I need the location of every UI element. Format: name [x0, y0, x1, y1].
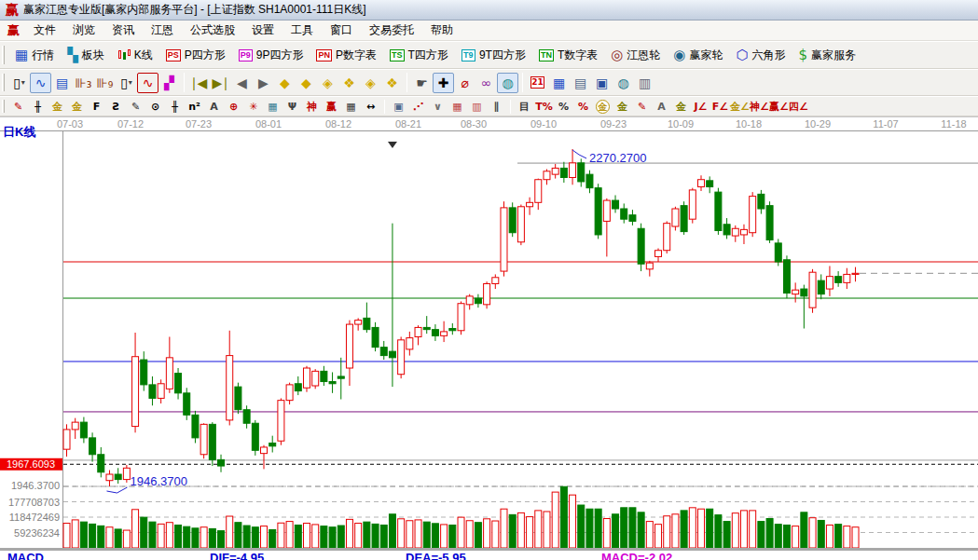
percent-tool[interactable]: % [554, 98, 573, 115]
gold-scale-tool[interactable]: 金 [48, 98, 67, 115]
crosshair-tool[interactable]: ✚ [433, 73, 454, 93]
four-angle-tool[interactable]: 四∠ [789, 98, 808, 115]
calculator-button[interactable]: ▦ [548, 73, 570, 93]
nav-next-button[interactable]: ▶ [253, 73, 274, 93]
a-wave-tool[interactable]: A [652, 98, 671, 115]
gann-diamond-right[interactable]: ◆ [296, 73, 317, 93]
report-button[interactable]: ▤ [570, 73, 591, 93]
candle-style-selector[interactable]: ▯▾ [116, 73, 137, 93]
save-button[interactable]: ▣ [591, 73, 613, 93]
ying-angle-tool[interactable]: 赢∠ [769, 98, 789, 115]
spiral-tool[interactable]: Ƨ [106, 98, 126, 115]
rays-tool[interactable]: ⋰ [408, 98, 428, 115]
ying-tool[interactable]: 赢 [322, 98, 341, 115]
marker-pen-tool[interactable]: ✎ [126, 98, 145, 115]
gann-diamond-left[interactable]: ◆ [274, 73, 296, 93]
web-grid-tool[interactable]: ▦ [263, 98, 282, 115]
shen-tool[interactable]: 神 [302, 98, 322, 115]
9p-square-button[interactable]: P99P四方形 [232, 45, 310, 66]
fib-scale-tool[interactable]: F [87, 98, 106, 115]
sectors-button[interactable]: ▚板块 [61, 45, 111, 66]
gann-wheel-button[interactable]: ◎江恩轮 [604, 45, 667, 66]
print-button[interactable]: ▥ [634, 73, 655, 93]
toolbar-grip[interactable] [2, 74, 5, 91]
star-grid-tool[interactable]: ✳ [243, 98, 263, 115]
nav-first-button[interactable]: ∣◀ [188, 73, 210, 93]
menu-item-6[interactable]: 设置 [243, 20, 282, 40]
t-table-button[interactable]: TNT数字表 [532, 45, 604, 66]
t-percent-tool[interactable]: T% [534, 98, 554, 115]
target-tool[interactable]: ⊕ [224, 98, 243, 115]
menu-item-3[interactable]: 资讯 [103, 20, 143, 40]
span-tool[interactable]: ↔ [361, 98, 380, 115]
gann-diamond-cross[interactable]: ◈ [360, 73, 381, 93]
p-square-button[interactable]: PSP四方形 [159, 45, 232, 66]
gold-line-tool[interactable]: 金 [613, 98, 632, 115]
gold-scale2-tool[interactable]: 金 [67, 98, 87, 115]
menu-item-1[interactable]: 文件 [25, 20, 64, 40]
scale2-tool[interactable]: ╫ [165, 98, 185, 115]
gold-circle-tool[interactable]: 金 [593, 98, 613, 115]
red-grid2-tool[interactable]: ▥ [467, 98, 487, 115]
menu-item-10[interactable]: 帮助 [422, 20, 461, 40]
toolbar-grip[interactable] [2, 100, 5, 113]
9t-square-button[interactable]: T99T四方形 [455, 45, 532, 66]
hand-tool[interactable]: ☛ [411, 73, 433, 93]
menu-item-7[interactable]: 工具 [282, 20, 322, 40]
cycle-tool[interactable]: ⊙ [145, 98, 165, 115]
red-grid-tool[interactable]: ▦ [448, 98, 467, 115]
nav-last-button[interactable]: ▶∣ [210, 73, 231, 93]
gold-line2-tool[interactable]: 金 [671, 98, 691, 115]
pattern-tool[interactable]: ∿ [137, 73, 158, 93]
gold-angle-tool[interactable]: 金∠ [730, 98, 750, 115]
percent-line-tool-icon: % [578, 101, 588, 113]
volume-profile-button[interactable]: ▞ [158, 73, 180, 93]
grid-123-tool[interactable]: ▦ [341, 98, 361, 115]
quotes-button[interactable]: ▦行情 [8, 45, 61, 66]
chart-area[interactable]: 07-0307-1207-2308-0108-1208-2108-3009-10… [0, 116, 978, 560]
knot-tool[interactable]: ∞ [475, 73, 497, 93]
menu-item-2[interactable]: 浏览 [64, 20, 103, 40]
t-square-button[interactable]: TST四方形 [383, 45, 455, 66]
child-window-icon[interactable]: 赢 [7, 22, 20, 39]
p-table-button[interactable]: PNP数字表 [310, 45, 383, 66]
mirror-tool[interactable]: A [204, 98, 224, 115]
brush-tool[interactable]: ✎ [632, 98, 652, 115]
kline-button[interactable]: K线 [111, 45, 159, 66]
gann-diamond-all[interactable]: ❖ [381, 73, 403, 93]
trend-tool[interactable]: ∿ [30, 73, 51, 93]
smart-tool[interactable]: ◍ [497, 73, 518, 93]
scale-tool[interactable]: ╫ [28, 98, 48, 115]
wave-tool[interactable]: ∨ [428, 98, 448, 115]
title-bar[interactable]: 赢 赢家江恩专业版[赢家内部服务平台] - [上证指数 SH1A0001-111… [0, 0, 978, 20]
menu-item-4[interactable]: 江恩 [143, 20, 182, 40]
hexagon-button[interactable]: ⬡六角形 [729, 45, 792, 66]
bars-3-button[interactable]: ⊪₃ [73, 73, 94, 93]
erase-line-tool[interactable]: ⌀ [454, 73, 475, 93]
menu-item-9[interactable]: 交易委托 [361, 20, 422, 40]
winner-wheel-button[interactable]: ◉赢家轮 [667, 45, 729, 66]
fork-tool[interactable]: Ψ [282, 98, 302, 115]
calendar-button[interactable]: 21 [527, 73, 548, 93]
parallel-tool[interactable]: ∥ [487, 98, 506, 115]
menu-item-8[interactable]: 窗口 [322, 20, 361, 40]
toolbar-grip[interactable] [2, 46, 5, 64]
nav-prev-button[interactable]: ◀ [231, 73, 253, 93]
square-of-n-tool[interactable]: n² [185, 98, 204, 115]
pen-tool[interactable]: ✎ [8, 98, 28, 115]
compare-bars-tool[interactable]: 目 [515, 98, 534, 115]
period-selector[interactable]: ▯▾ [8, 73, 30, 93]
f-angle-tool[interactable]: F∠ [710, 98, 730, 115]
bars-9-button[interactable]: ⊪₉ [94, 73, 116, 93]
browser-button[interactable]: ◍ [613, 73, 634, 93]
kline-chart[interactable]: 07-0307-1207-2308-0108-1208-2108-3009-10… [0, 116, 978, 560]
gann-diamond-multi[interactable]: ❖ [338, 73, 360, 93]
box-frame-tool[interactable]: ▣ [389, 98, 408, 115]
menu-item-5[interactable]: 公式选股 [182, 20, 243, 40]
j-angle-tool[interactable]: J∠ [691, 98, 710, 115]
shen-angle-tool[interactable]: 神∠ [750, 98, 769, 115]
gann-diamond-h[interactable]: ◈ [317, 73, 338, 93]
info-panel-button[interactable]: ▤ [51, 73, 73, 93]
percent-line-tool[interactable]: % [573, 98, 593, 115]
winner-service-button[interactable]: $赢家服务 [792, 45, 863, 66]
